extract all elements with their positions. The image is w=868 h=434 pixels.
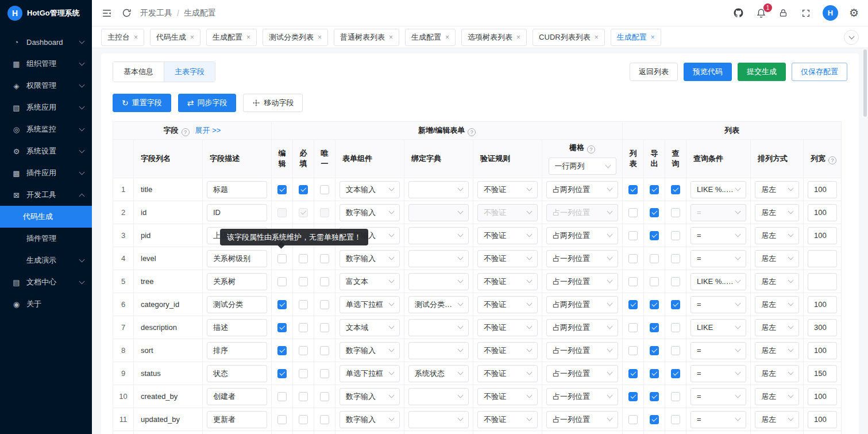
help-icon[interactable]: ? [468, 128, 476, 136]
checkbox[interactable] [320, 323, 329, 332]
align-select[interactable]: 居左 [755, 296, 799, 313]
back-to-list-button[interactable]: 返回列表 [630, 63, 678, 81]
component-select[interactable]: 富文本 [340, 273, 400, 290]
width-input[interactable]: 100 [808, 342, 837, 359]
sidebar-item-org[interactable]: ▦ 组织管理 [0, 53, 92, 75]
checkbox[interactable] [628, 185, 638, 194]
checkbox[interactable] [671, 277, 680, 286]
checkbox[interactable] [671, 415, 680, 424]
checkbox[interactable] [650, 254, 659, 263]
close-icon[interactable]: × [445, 34, 449, 41]
sidebar-item-plugin-management[interactable]: 插件管理 [0, 228, 92, 249]
checkbox[interactable] [299, 254, 308, 263]
validation-select[interactable]: 不验证 [477, 388, 538, 405]
checkbox[interactable] [650, 300, 659, 309]
help-icon[interactable]: ? [828, 156, 836, 164]
validation-select[interactable]: 不验证 [477, 250, 538, 267]
checkbox[interactable] [320, 346, 329, 355]
width-input[interactable] [808, 273, 837, 290]
checkbox[interactable] [628, 208, 638, 217]
validation-select[interactable]: 不验证 [477, 365, 538, 382]
checkbox[interactable] [650, 415, 659, 424]
dict-select[interactable] [408, 227, 469, 244]
dict-select[interactable] [408, 181, 469, 198]
close-icon[interactable]: × [595, 34, 599, 41]
dict-select[interactable] [408, 411, 469, 428]
help-icon[interactable]: ? [587, 145, 595, 153]
validation-select[interactable]: 不验证 [477, 319, 538, 336]
query-cond-select[interactable]: = [690, 204, 746, 221]
fullscreen-icon[interactable] [800, 7, 812, 19]
checkbox[interactable] [628, 231, 638, 240]
width-input[interactable]: 100 [808, 411, 837, 428]
checkbox[interactable] [671, 323, 680, 332]
align-select[interactable]: 居左 [755, 250, 799, 267]
checkbox[interactable] [320, 300, 329, 309]
field-desc-input[interactable]: ID [207, 204, 267, 221]
sidebar-item-docs[interactable]: ▤ 文档中心 [0, 271, 92, 293]
checkbox[interactable] [628, 392, 638, 401]
tab-chip[interactable]: 测试分类列表× [263, 29, 328, 46]
align-select[interactable]: 居左 [755, 204, 799, 221]
checkbox[interactable] [277, 415, 287, 424]
checkbox[interactable] [628, 323, 638, 332]
save-config-only-button[interactable]: 仅保存配置 [792, 63, 847, 81]
close-icon[interactable]: × [318, 34, 322, 41]
checkbox[interactable] [671, 346, 680, 355]
checkbox[interactable] [299, 277, 308, 286]
dict-select[interactable]: 系统状态 [408, 365, 469, 382]
checkbox[interactable] [299, 392, 308, 401]
checkbox[interactable] [650, 185, 659, 194]
submit-generate-button[interactable]: 提交生成 [738, 63, 786, 81]
checkbox[interactable] [628, 254, 638, 263]
app-logo[interactable]: H HotGo管理系统 [0, 0, 92, 26]
user-avatar[interactable]: H [823, 5, 838, 21]
align-select[interactable]: 居左 [755, 181, 799, 198]
sidebar-item-about[interactable]: ◉ 关于 [0, 293, 92, 315]
breadcrumb-section[interactable]: 开发工具 [140, 8, 172, 18]
tab-basic-info[interactable]: 基本信息 [113, 62, 164, 82]
align-select[interactable]: 居左 [755, 319, 799, 336]
checkbox[interactable] [671, 392, 680, 401]
close-icon[interactable]: × [190, 34, 194, 41]
field-desc-input[interactable]: 创建者 [207, 388, 267, 405]
component-select[interactable]: 文本域 [340, 319, 400, 336]
checkbox[interactable] [277, 300, 287, 309]
dict-select[interactable] [408, 204, 469, 221]
checkbox[interactable] [650, 323, 659, 332]
github-icon[interactable] [733, 7, 744, 19]
query-cond-select[interactable]: = [690, 227, 746, 244]
checkbox[interactable] [671, 208, 680, 217]
close-icon[interactable]: × [516, 34, 520, 41]
checkbox[interactable] [277, 277, 287, 286]
align-select[interactable]: 居左 [755, 388, 799, 405]
move-fields-button[interactable]: 移动字段 [243, 94, 303, 112]
checkbox[interactable] [277, 392, 287, 401]
checkbox[interactable] [320, 277, 329, 286]
checkbox[interactable] [671, 185, 680, 194]
component-select[interactable]: 数字输入 [340, 342, 400, 359]
sidebar-item-devtools[interactable]: ⊠ 开发工具 [0, 184, 92, 206]
validation-select[interactable]: 不验证 [477, 296, 538, 313]
checkbox[interactable] [628, 369, 638, 378]
width-input[interactable]: 100 [808, 204, 837, 221]
tab-chip[interactable]: CUDR列表列表× [533, 29, 605, 46]
field-desc-input[interactable]: 关系树 [207, 273, 267, 290]
field-desc-input[interactable]: 描述 [207, 319, 267, 336]
expand-columns-link[interactable]: 展开 >> [195, 126, 221, 135]
width-input[interactable]: 100 [808, 296, 837, 313]
checkbox[interactable] [299, 346, 308, 355]
tab-chip[interactable]: 生成配置× [405, 29, 456, 46]
component-select[interactable]: 数字输入 [340, 204, 400, 221]
grid-select[interactable]: 占一列位置 [546, 204, 618, 221]
query-cond-select[interactable]: = [690, 296, 746, 313]
validation-select[interactable]: 不验证 [477, 411, 538, 428]
validation-select[interactable]: 不验证 [477, 273, 538, 290]
validation-select[interactable]: 不验证 [477, 204, 538, 221]
sidebar-item-monitor[interactable]: ◎ 系统监控 [0, 118, 92, 140]
query-cond-select[interactable]: = [690, 411, 746, 428]
grid-select[interactable]: 占两列位置 [546, 319, 618, 336]
dict-select[interactable] [408, 273, 469, 290]
align-select[interactable]: 居左 [755, 365, 799, 382]
width-input[interactable] [808, 250, 837, 267]
